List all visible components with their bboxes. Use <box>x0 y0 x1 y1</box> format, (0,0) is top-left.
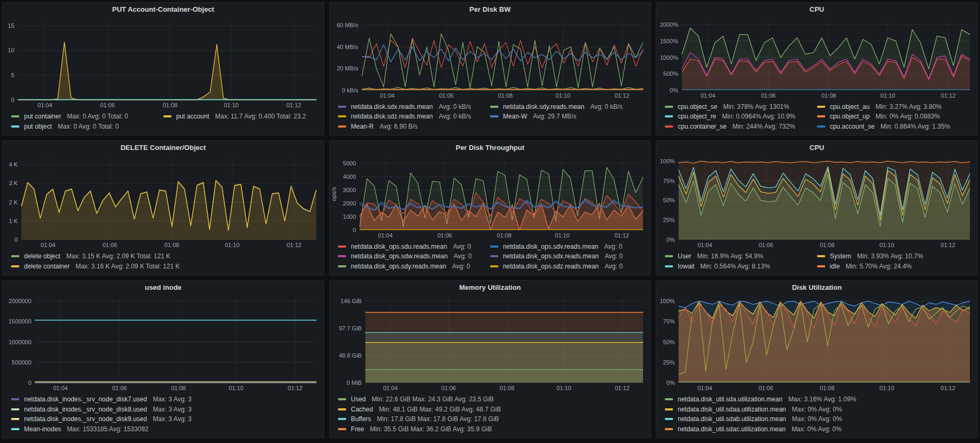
x-tick-label: 01:08 <box>171 385 186 391</box>
x-tick-label: 01:04 <box>378 232 393 239</box>
y-tick-label: 97.7 GiB <box>339 325 362 331</box>
panel-title[interactable]: Memory Utilization <box>330 281 650 294</box>
legend-series-swatch <box>11 115 19 117</box>
legend-item-netdata-disk-util-sdaa-utilization-mean[interactable]: netdata.disk_util.sdaa.utilization.meanM… <box>665 405 975 415</box>
chart-used-inode[interactable]: 050000010000001500000200000001:0401:0601… <box>4 294 319 393</box>
legend-series-stats: Min: 0% Avg: 0.0883% <box>875 112 940 122</box>
legend-series-swatch <box>338 265 346 267</box>
legend-series-stats: Avg: 0 <box>453 251 472 262</box>
legend-item-cpu-account-se[interactable]: cpu.account_seMin: 0.864% Avg: 1.35% <box>817 122 969 132</box>
legend-item-netdata-disk-sdz-reads-mean[interactable]: netdata.disk.sdz.reads.meanAvg: 0 kB/s <box>338 112 490 122</box>
legend-series-label: Iowait <box>678 262 694 272</box>
panel-title[interactable]: CPU <box>656 141 977 154</box>
legend-series-stats: Min: 0.864% Avg: 1.35% <box>881 122 951 132</box>
panel-title[interactable]: PUT Account-Container-Object <box>3 3 324 16</box>
chart-disk-utilization[interactable]: 0%25%50%75%100%01:0401:0601:0801:1001:12 <box>657 294 973 393</box>
legend-item-mean-inodes[interactable]: Mean-inodesMax: 1533185 Avg: 1533092 <box>11 424 322 434</box>
legend-item-cpu-container-se[interactable]: cpu.container_seMin: 244% Avg: 732% <box>665 122 817 132</box>
chart-memory-utilization[interactable]: 0 MiB48.8 GiB97.7 GiB146 GiB01:0401:0601… <box>331 294 646 393</box>
legend-series-stats: Min: 16.9% Avg: 54.9% <box>697 251 763 262</box>
x-tick-label: 01:10 <box>555 232 570 239</box>
y-tick-label: 40 MB/s <box>336 44 358 50</box>
panel-title[interactable]: used inode <box>3 281 324 294</box>
legend-item-netdata-disk-inodes-srv-node-disk7-used[interactable]: netdata.disk_inodes._srv_node_disk7.used… <box>11 394 322 405</box>
legend-series-label: put container <box>24 112 61 122</box>
y-tick-label: 3000 <box>343 187 356 193</box>
legend-series-stats: Max: 0% Avg: 0% <box>792 414 842 424</box>
legend-series-label: netdata.disk.sdx.reads.mean <box>351 102 433 112</box>
legend-item-netdata-disk-ops-sdx-reads-mean[interactable]: netdata.disk_ops.sdx.reads.meanAvg: 0 <box>490 251 642 262</box>
legend-item-netdata-disk-ops-sdw-reads-mean[interactable]: netdata.disk_ops.sdw.reads.meanAvg: 0 <box>338 251 490 262</box>
legend-item-user[interactable]: UserMin: 16.9% Avg: 54.9% <box>665 251 817 262</box>
legend-series-label: Cached <box>351 405 373 415</box>
x-tick-label: 01:06 <box>437 232 452 239</box>
chart-delete-container-object[interactable]: 01 K2 K3 K4 K01:0401:0601:0801:1001:12 <box>4 154 319 250</box>
legend-item-netdata-disk-ops-sdv-reads-mean[interactable]: netdata.disk_ops.sdv.reads.meanAvg: 0 <box>490 242 642 252</box>
legend-series-stats: Max: 0 Avg: 0 Total: 0 <box>58 122 119 132</box>
series-line-write-activity-green <box>362 34 643 88</box>
legend-item-netdata-disk-util-sda-utilization-mean[interactable]: netdata.disk_util.sda.utilization.meanMa… <box>665 394 975 405</box>
legend-item-mean-r[interactable]: Mean-RAvg: 6.90 B/s <box>338 122 490 132</box>
legend-item-netdata-disk-ops-sdz-reads-mean[interactable]: netdata.disk_ops.sdz.reads.meanAvg: 0 <box>490 262 642 272</box>
panel-title[interactable]: Disk Utilization <box>656 281 977 294</box>
panel-title[interactable]: DELETE Container/Object <box>3 141 324 154</box>
legend-item-buffers[interactable]: BuffersMin: 17.8 GiB Max: 17.8 GiB Avg: … <box>338 414 648 424</box>
legend-item-system[interactable]: SystemMin: 3.93% Avg: 10.7% <box>817 251 969 262</box>
chart-per-disk-throughput[interactable]: 01000200030004000500001:0401:0601:0801:1… <box>331 154 646 240</box>
panel-title[interactable]: Per Disk BW <box>330 3 650 16</box>
legend-item-delete-object[interactable]: delete objectMax: 3.15 K Avg: 2.09 K Tot… <box>11 251 322 262</box>
y-tick-label: 0 kB/s <box>342 87 358 93</box>
chart-per-disk-bw[interactable]: 0 kB/s20 MB/s40 MB/s60 MB/s01:0401:0601:… <box>331 16 646 100</box>
legend-item-netdata-disk-inodes-srv-node-disk9-used[interactable]: netdata.disk_inodes._srv_node_disk9.used… <box>11 414 322 424</box>
legend-item-cpu-object-up[interactable]: cpu.object_upMin: 0% Avg: 0.0883% <box>817 112 969 122</box>
y-tick-label: 25% <box>663 359 675 366</box>
legend-item-free[interactable]: FreeMin: 35.5 GiB Max: 36.2 GiB Avg: 35.… <box>338 424 648 434</box>
legend-item-iowait[interactable]: IowaitMin: 0.564% Avg: 8.13% <box>665 262 817 272</box>
legend-item-mean-w[interactable]: Mean-WAvg: 29.7 MB/s <box>490 112 642 122</box>
legend-item-used[interactable]: UsedMin: 22.6 GiB Max: 24.3 GiB Avg: 23.… <box>338 394 648 405</box>
legend-item-netdata-disk-inodes-srv-node-disk8-used[interactable]: netdata.disk_inodes._srv_node_disk8.used… <box>11 405 322 415</box>
legend-item-idle[interactable]: idleMin: 5.70% Avg: 24.4% <box>817 262 969 272</box>
y-tick-label: 1 K <box>9 218 18 224</box>
legend-series-swatch <box>338 106 346 108</box>
legend-series-label: netdata.disk_util.sdac.utilization.mean <box>678 424 786 434</box>
panel-title[interactable]: CPU <box>656 3 977 16</box>
legend-item-netdata-disk-sdy-reads-mean[interactable]: netdata.disk.sdy.reads.meanAvg: 0 kB/s <box>490 102 642 112</box>
legend: cpu.object_seMin: 378% Avg: 1301%cpu.obj… <box>656 100 977 136</box>
legend-item-netdata-disk-util-sdab-utilization-mean[interactable]: netdata.disk_util.sdab.utilization.meanM… <box>665 414 975 424</box>
legend-item-netdata-disk-util-sdac-utilization-mean[interactable]: netdata.disk_util.sdac.utilization.meanM… <box>665 424 975 434</box>
x-tick-label: 01:08 <box>163 102 178 108</box>
x-tick-label: 01:10 <box>881 92 896 99</box>
chart-put-account-container-object[interactable]: 05101501:0401:0601:0801:1001:12 <box>4 16 319 110</box>
x-tick-label: 01:06 <box>100 102 115 108</box>
x-tick-label: 01:10 <box>880 242 895 248</box>
legend-series-swatch <box>490 246 498 248</box>
legend-item-cpu-object-re[interactable]: cpu.object_reMin: 0.0964% Avg: 10.9% <box>665 112 817 122</box>
legend-item-cpu-object-se[interactable]: cpu.object_seMin: 378% Avg: 1301% <box>665 102 817 112</box>
chart-cpu-percent-top[interactable]: 0%500%1000%1500%2000%01:0401:0601:0801:1… <box>657 16 973 100</box>
legend-item-netdata-disk-ops-sdy-reads-mean[interactable]: netdata.disk_ops.sdy.reads.meanAvg: 0 <box>338 262 490 272</box>
legend-item-put-object[interactable]: put objectMax: 0 Avg: 0 Total: 0 <box>11 122 163 132</box>
legend-series-label: Mean-W <box>503 112 527 122</box>
legend: UserMin: 16.9% Avg: 54.9%SystemMin: 3.93… <box>656 250 977 275</box>
panel-used-inode: used inode 05000001000000150000020000000… <box>2 280 324 438</box>
legend-series-swatch <box>817 106 825 108</box>
legend-item-netdata-disk-ops-sdu-reads-mean[interactable]: netdata.disk_ops.sdu.reads.meanAvg: 0 <box>338 242 490 252</box>
x-tick-label: 01:04 <box>701 92 716 99</box>
legend-item-cached[interactable]: CachedMin: 48.1 GiB Max: 49.2 GiB Avg: 4… <box>338 405 648 415</box>
legend-series-swatch <box>817 125 825 128</box>
chart-svg: 0%500%1000%1500%2000%01:0401:0601:0801:1… <box>657 16 973 100</box>
y-tick-label: 1500% <box>660 38 678 44</box>
legend-item-delete-container[interactable]: delete containerMax: 3.16 K Avg: 2.09 K … <box>11 262 322 272</box>
legend-item-netdata-disk-sdx-reads-mean[interactable]: netdata.disk.sdx.reads.meanAvg: 0 kB/s <box>338 102 490 112</box>
x-tick-label: 01:10 <box>225 242 240 248</box>
legend-item-put-container[interactable]: put containerMax: 0 Avg: 0 Total: 0 <box>11 112 163 122</box>
legend-series-stats: Max: 1533185 Avg: 1533092 <box>67 424 148 434</box>
legend-item-put-account[interactable]: put accountMax: 11.7 Avg: 0.400 Total: 2… <box>163 112 316 122</box>
legend-series-swatch <box>665 106 673 108</box>
legend-item-cpu-object-au[interactable]: cpu.object_auMin: 3.27% Avg: 3.80% <box>817 102 969 112</box>
legend-series-stats: Max: 3 Avg: 3 <box>153 414 192 424</box>
chart-cpu-stacked-mid[interactable]: 0%25%50%75%100%01:0401:0601:0801:1001:12 <box>657 154 973 250</box>
x-tick-label: 01:08 <box>821 92 836 99</box>
panel-title[interactable]: Per Disk Throughput <box>330 141 650 154</box>
